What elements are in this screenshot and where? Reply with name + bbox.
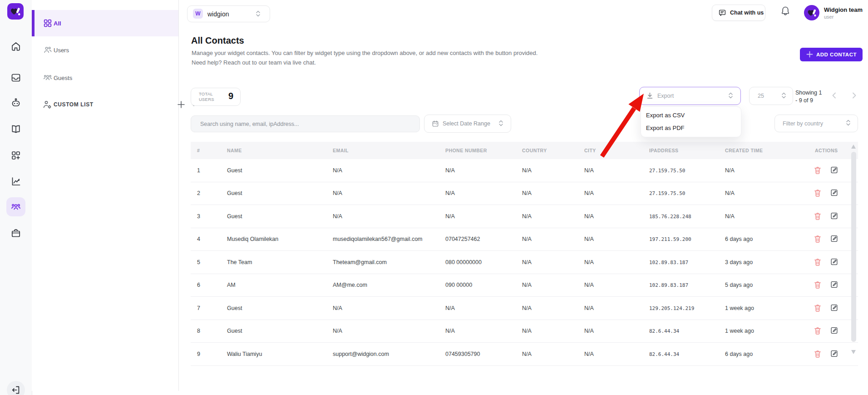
scrollbar-thumb[interactable]	[851, 152, 856, 342]
cell-country: N/A	[522, 190, 532, 196]
cell-email: AM@me.com	[333, 282, 367, 288]
edit-row-button[interactable]	[830, 281, 838, 290]
cell-created-time: 1 week ago	[725, 328, 754, 334]
delete-row-button[interactable]	[814, 304, 822, 312]
delete-row-button[interactable]	[814, 327, 822, 335]
cell-ipaddress: 102.89.83.187	[649, 259, 688, 265]
edit-row-button[interactable]	[830, 235, 838, 244]
cell-created-time: N/A	[725, 167, 735, 174]
cell-created-time: 3 days ago	[725, 259, 753, 265]
table-row: 7 Guest N/A N/A N/A N/A 129.205.124.219 …	[191, 297, 858, 320]
guests-icon	[43, 73, 53, 83]
cell-phone: N/A	[445, 190, 455, 196]
edit-row-button[interactable]	[830, 212, 838, 220]
home-icon[interactable]	[10, 41, 21, 52]
cell-name: AM	[227, 282, 236, 288]
unfold-chevrons-icon	[781, 92, 786, 99]
delete-row-button[interactable]	[814, 235, 822, 244]
chat-with-us-button[interactable]: Chat with us	[712, 5, 765, 21]
add-custom-list-button[interactable]	[177, 100, 185, 109]
trash-icon	[814, 166, 821, 174]
page-size-value: 25	[758, 93, 764, 99]
sidebar-item-all[interactable]: All	[32, 10, 178, 36]
plus-icon	[806, 51, 813, 58]
next-page-chevron-icon[interactable]	[850, 91, 858, 100]
search-input[interactable]	[191, 115, 420, 132]
trash-icon	[814, 304, 821, 312]
prev-page-chevron-icon[interactable]	[830, 91, 838, 100]
unfold-chevrons-icon	[256, 10, 261, 17]
edit-row-button[interactable]	[830, 166, 838, 175]
cell-name: Guest	[227, 328, 242, 334]
cell-name: Musediq Olamilekan	[227, 236, 278, 242]
sidebar-item-guests[interactable]: Guests	[32, 69, 178, 87]
column-header-country: COUNTRY	[522, 148, 547, 153]
cell-country: N/A	[522, 213, 532, 220]
widget-add-icon[interactable]	[10, 150, 21, 161]
cell-country: N/A	[522, 282, 532, 288]
edit-icon	[830, 304, 838, 311]
delete-row-button[interactable]	[814, 281, 822, 290]
export-as-csv-option[interactable]: Export as CSV	[646, 109, 736, 122]
cell-ipaddress: 129.205.124.219	[649, 305, 694, 311]
profile-avatar[interactable]	[804, 5, 819, 20]
scroll-down-arrow-icon[interactable]	[851, 350, 856, 354]
cell-country: N/A	[522, 259, 532, 265]
edit-icon	[830, 235, 838, 243]
sidebar-item-label: All	[54, 20, 61, 27]
trash-icon	[814, 350, 821, 358]
cell-phone: N/A	[445, 305, 455, 311]
page-size-select[interactable]: 25	[749, 87, 793, 105]
cell-created-time: 1 week ago	[725, 305, 754, 311]
sidebar-item-label: Users	[54, 47, 69, 54]
edit-row-button[interactable]	[830, 350, 838, 358]
cell-num: 6	[197, 282, 200, 288]
column-header-ip: IPADDRESS	[649, 148, 679, 153]
cell-phone: 07047257462	[445, 236, 480, 242]
edit-icon	[830, 166, 838, 174]
edit-row-button[interactable]	[830, 304, 838, 312]
bot-icon[interactable]	[10, 97, 21, 108]
analytics-icon[interactable]	[10, 176, 21, 187]
contacts-icon[interactable]	[10, 201, 21, 212]
table-scrollbar[interactable]	[851, 142, 857, 365]
sidebar-item-users[interactable]: Users	[32, 41, 178, 59]
delete-row-button[interactable]	[814, 212, 822, 220]
app-logo	[7, 3, 24, 20]
edit-row-button[interactable]	[830, 258, 838, 266]
export-as-pdf-option[interactable]: Export as PDF	[646, 122, 736, 135]
cell-ipaddress: 197.211.59.200	[649, 236, 691, 242]
cell-email: N/A	[333, 305, 342, 311]
logout-icon	[11, 385, 21, 395]
inbox-icon[interactable]	[10, 72, 21, 83]
edit-row-button[interactable]	[830, 189, 838, 198]
sidebar-custom-list[interactable]: CUSTOM LIST	[32, 95, 178, 114]
cell-phone: 080 00000000	[445, 259, 482, 265]
profile-name[interactable]: Widgion team	[824, 6, 863, 13]
notifications-bell-icon[interactable]	[780, 5, 791, 17]
logout-button[interactable]	[7, 381, 25, 395]
delete-row-button[interactable]	[814, 166, 822, 175]
total-users-label: TOTAL USERS	[199, 91, 222, 102]
country-filter-select[interactable]: Filter by country	[774, 115, 858, 132]
column-header-city: CITY	[584, 148, 596, 153]
export-dropdown-menu: Export as CSV Export as PDF	[641, 106, 741, 137]
scroll-up-arrow-icon[interactable]	[851, 145, 856, 149]
trash-icon	[814, 281, 821, 289]
total-users-value: 9	[228, 91, 233, 101]
delete-row-button[interactable]	[814, 189, 822, 198]
export-select[interactable]: Export	[639, 87, 741, 105]
date-range-select[interactable]: Select Date Range	[424, 115, 511, 133]
cell-ipaddress: 82.6.44.34	[649, 328, 679, 334]
add-contact-button[interactable]: ADD CONTACT	[800, 48, 863, 61]
table-row: 8 Guest N/A N/A N/A N/A 82.6.44.34 1 wee…	[191, 320, 858, 343]
briefcase-icon[interactable]	[10, 228, 21, 239]
cell-phone: N/A	[445, 213, 455, 220]
delete-row-button[interactable]	[814, 258, 822, 266]
edit-row-button[interactable]	[830, 327, 838, 335]
cell-name: Guest	[227, 305, 242, 311]
table-row: 3 Guest N/A N/A N/A N/A 185.76.228.248 N…	[191, 205, 858, 228]
delete-row-button[interactable]	[814, 350, 822, 358]
workspace-select[interactable]: W widgion	[187, 5, 270, 22]
book-icon[interactable]	[10, 124, 21, 135]
